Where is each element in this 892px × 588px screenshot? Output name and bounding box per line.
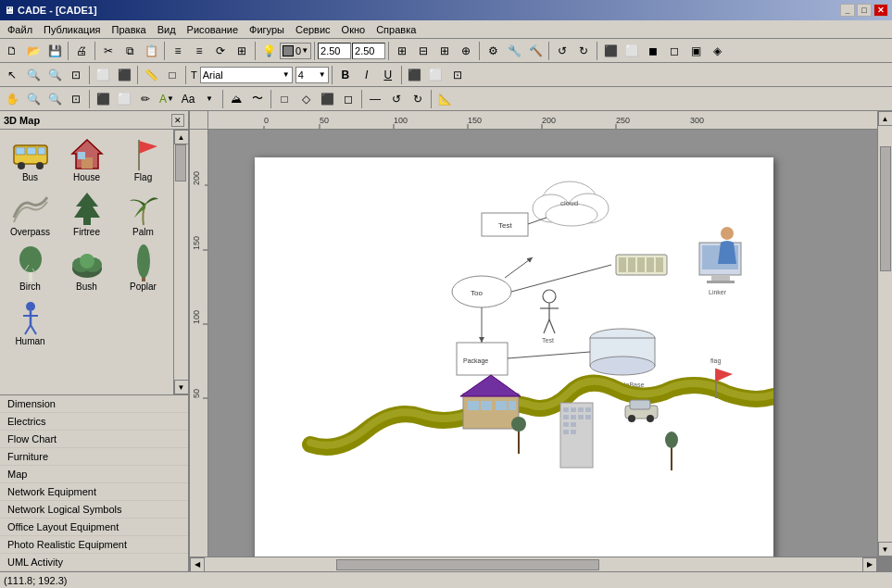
draw-line[interactable]: 📏 <box>141 65 161 85</box>
font-size-dropdown[interactable]: 4 ▼ <box>295 67 329 83</box>
fit-page[interactable]: ⊡ <box>66 65 86 85</box>
symbol-flag[interactable]: Flag <box>117 133 170 184</box>
close-button[interactable]: ✕ <box>873 4 888 17</box>
align-text-right[interactable]: ⬜ <box>426 65 446 85</box>
zoom-region[interactable]: 🔍 <box>23 89 44 109</box>
connect-button[interactable]: ⊕ <box>456 41 476 61</box>
draw-pen[interactable]: ✏ <box>135 89 156 109</box>
menu-shapes[interactable]: Фигуры <box>244 20 290 38</box>
font-name-dropdown[interactable]: Arial ▼ <box>200 67 293 83</box>
symbol6[interactable]: ◈ <box>707 41 727 61</box>
select-all[interactable]: ⬜ <box>93 65 113 85</box>
symbol-birch[interactable]: Birch <box>4 243 57 294</box>
zoom-out[interactable]: 🔍 <box>44 65 65 85</box>
menu-window[interactable]: Окно <box>336 20 371 38</box>
line-style[interactable]: — <box>365 89 385 109</box>
lib-flowchart[interactable]: Flow Chart <box>0 431 188 448</box>
loop2[interactable]: ↻ <box>573 41 594 61</box>
underline-button[interactable]: U <box>378 65 398 85</box>
bold-button[interactable]: B <box>335 65 356 85</box>
symbol-firtree[interactable]: Firtree <box>60 188 113 239</box>
grid-toggle2[interactable]: ⊟ <box>413 41 433 61</box>
symbol-scroll[interactable]: Bus House <box>0 130 173 394</box>
select2[interactable]: ⬛ <box>114 65 134 85</box>
draw-rect[interactable]: □ <box>162 65 182 85</box>
symbol-bus[interactable]: Bus <box>4 133 57 184</box>
symbol-human[interactable]: Human <box>4 297 57 348</box>
hand-tool[interactable]: ✋ <box>2 89 22 109</box>
menu-edit[interactable]: Правка <box>107 20 152 38</box>
symbol-palm[interactable]: Palm <box>117 188 170 239</box>
grid-toggle[interactable]: ⊞ <box>392 41 412 61</box>
loop1[interactable]: ↺ <box>552 41 572 61</box>
menu-view[interactable]: Вид <box>152 20 182 38</box>
new-button[interactable]: 🗋 <box>2 41 22 61</box>
scroll-right-arrow[interactable]: ▶ <box>862 557 877 572</box>
select-box[interactable]: ⬛ <box>93 89 113 109</box>
dropdown-arrow-layer[interactable]: ▼ <box>301 46 308 55</box>
light-button[interactable]: 💡 <box>258 41 279 61</box>
font-dropdown-arrow[interactable]: ▼ <box>283 70 290 79</box>
lib-network-logical[interactable]: Network Logical Symbols <box>0 501 188 519</box>
horizontal-scrollbar[interactable]: ◀ ▶ <box>190 557 877 571</box>
save-button[interactable]: 💾 <box>44 41 65 61</box>
lib-photo-realistic[interactable]: Photo Realistic Equipment <box>0 536 188 554</box>
text-tool[interactable]: Aa <box>178 89 198 109</box>
print-button[interactable]: 🖨 <box>71 41 92 61</box>
minimize-button[interactable]: _ <box>840 4 855 17</box>
symbol-bush[interactable]: Bush <box>60 243 113 294</box>
canvas-content[interactable]: cloud Test <box>208 130 877 557</box>
symbol-poplar[interactable]: Poplar <box>117 243 170 294</box>
lib-map[interactable]: Map <box>0 466 188 483</box>
copy-button[interactable]: ⧉ <box>119 41 140 61</box>
maximize-button[interactable]: □ <box>857 4 872 17</box>
menu-service[interactable]: Сервис <box>290 20 336 38</box>
symbol2[interactable]: ⬜ <box>622 41 642 61</box>
open-button[interactable]: 📂 <box>23 41 44 61</box>
shape1[interactable]: □ <box>274 89 295 109</box>
italic-button[interactable]: I <box>357 65 377 85</box>
undo-btn[interactable]: ↺ <box>386 89 407 109</box>
mountain-tool[interactable]: ⛰ <box>226 89 246 109</box>
panel-close-button[interactable]: ✕ <box>171 114 184 127</box>
pointer-tool[interactable]: ↖ <box>2 65 22 85</box>
scroll-left-arrow[interactable]: ◀ <box>190 557 205 572</box>
scroll-up-arrow[interactable]: ▲ <box>174 130 189 144</box>
menu-publish[interactable]: Публикация <box>38 20 106 38</box>
align-left[interactable]: ≡ <box>168 41 188 61</box>
scroll-thumb[interactable] <box>175 144 186 181</box>
v-scroll-thumb[interactable] <box>880 146 891 271</box>
symbol5[interactable]: ▣ <box>685 41 706 61</box>
paste-button[interactable]: 📋 <box>141 41 161 61</box>
lib-network-equipment[interactable]: Network Equipment <box>0 483 188 501</box>
lib-office-layout[interactable]: Office Layout Equipment <box>0 519 188 536</box>
scroll-down-arrow[interactable]: ▼ <box>174 380 189 394</box>
tool2[interactable]: 🔧 <box>504 41 524 61</box>
redo-btn[interactable]: ↻ <box>408 89 428 109</box>
lib-uml-activity[interactable]: UML Activity <box>0 554 188 571</box>
snap-button[interactable]: ⊞ <box>232 41 252 61</box>
color-selector[interactable]: 0 ▼ <box>280 43 311 59</box>
format-extra[interactable]: ⊡ <box>447 65 468 85</box>
width-input[interactable] <box>318 43 351 59</box>
select-free[interactable]: ⬜ <box>114 89 134 109</box>
lib-furniture[interactable]: Furniture <box>0 448 188 466</box>
lib-dimension[interactable]: Dimension <box>0 395 188 413</box>
symbol1[interactable]: ⬛ <box>600 41 621 61</box>
shape4[interactable]: ◻ <box>338 89 358 109</box>
height-input[interactable] <box>352 43 385 59</box>
pen-color-arrow[interactable]: ▼ <box>167 94 174 103</box>
zoom-fit[interactable]: ⊡ <box>66 89 86 109</box>
tool1[interactable]: ⚙ <box>483 41 503 61</box>
rotate-button[interactable]: ⟳ <box>210 41 231 61</box>
shape2[interactable]: ◇ <box>295 89 316 109</box>
snap-grid[interactable]: ⊞ <box>434 41 455 61</box>
scroll-up-arrow-canvas[interactable]: ▲ <box>878 111 893 126</box>
zoom-in[interactable]: 🔍 <box>23 65 44 85</box>
menu-help[interactable]: Справка <box>371 20 421 38</box>
symbol-overpass[interactable]: Overpass <box>4 188 57 239</box>
shape3[interactable]: ⬛ <box>317 89 337 109</box>
zoom-out2[interactable]: 🔍 <box>44 89 65 109</box>
tool3[interactable]: 🔨 <box>525 41 546 61</box>
align-center[interactable]: ≡ <box>189 41 209 61</box>
